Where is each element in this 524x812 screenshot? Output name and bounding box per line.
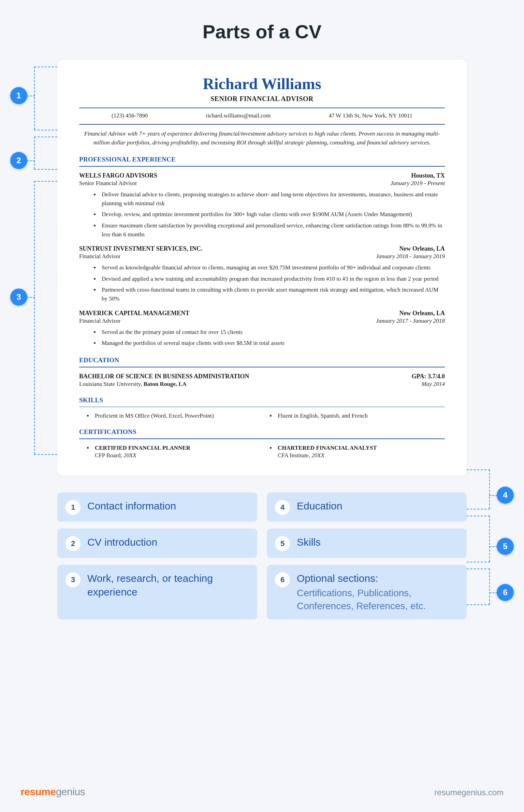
callout-badge-5: 5 bbox=[497, 538, 514, 555]
bullet: Partnered with cross-functional teams in… bbox=[100, 285, 445, 304]
divider bbox=[79, 166, 445, 167]
job-block: WELLS FARGO ADVISORS Houston, TX Senior … bbox=[79, 172, 445, 239]
brand-logo: resumegenius bbox=[20, 786, 85, 798]
bracket-6-bot bbox=[467, 604, 490, 605]
job-dates: January 2019 - Present bbox=[391, 180, 445, 187]
cert-title: CERTIFIED FINANCIAL PLANNER bbox=[95, 445, 262, 451]
job-title: Senior Financial Advisor bbox=[79, 180, 137, 187]
legend-num: 5 bbox=[275, 536, 290, 551]
legend-text: Optional sections: Certifications, Publi… bbox=[297, 572, 458, 613]
bracket-2-top bbox=[34, 137, 57, 137]
footer: resumegenius resumegenius.com bbox=[20, 786, 504, 798]
contact-email: richard.williams@mail.com bbox=[206, 112, 271, 119]
bracket-3-bot bbox=[34, 454, 57, 455]
bullet: Devised and applied a new training and a… bbox=[100, 275, 445, 283]
leader-6 bbox=[489, 592, 497, 593]
bracket-1-bot bbox=[34, 130, 57, 130]
bullet: Served as the the primary point of conta… bbox=[100, 328, 445, 337]
legend-num: 4 bbox=[275, 500, 290, 515]
legend-item-4: 4 Education bbox=[267, 492, 467, 522]
callout-badge-2: 2 bbox=[10, 152, 27, 169]
section-skills-title: SKILLS bbox=[79, 396, 445, 404]
cv-card: Richard Williams SENIOR FINANCIAL ADVISO… bbox=[57, 60, 467, 475]
education-sub: Louisiana State University, Baton Rouge,… bbox=[79, 381, 445, 388]
legend-text: Education bbox=[297, 499, 342, 513]
callout-badge-6: 6 bbox=[497, 584, 514, 601]
bracket-3 bbox=[34, 181, 35, 454]
job-bullets: Served as the the primary point of conta… bbox=[79, 328, 445, 348]
bracket-4 bbox=[489, 470, 490, 509]
leader-3 bbox=[27, 297, 35, 298]
cert-issuer: CFP Board, 20XX bbox=[95, 452, 262, 459]
leader-2 bbox=[27, 160, 35, 161]
skills-list: Proficient in MS Office (Word, Excel, Po… bbox=[79, 412, 445, 419]
legend-text: Contact information bbox=[87, 499, 176, 513]
leader-1 bbox=[27, 96, 35, 96]
brand-site: resumegenius.com bbox=[434, 788, 504, 797]
certs-list: CERTIFIED FINANCIAL PLANNER CFP Board, 2… bbox=[79, 445, 445, 459]
cert-title: CHARTERED FINANCIAL ANALYST bbox=[278, 445, 445, 451]
legend-num: 2 bbox=[66, 536, 81, 551]
bullet: Deliver financial advice to clients, pro… bbox=[100, 190, 445, 208]
section-certs-title: CERTIFICATIONS bbox=[79, 428, 445, 436]
legend-text: Skills bbox=[297, 535, 321, 549]
skill-item: Proficient in MS Office (Word, Excel, Po… bbox=[93, 412, 262, 419]
page-title: Parts of a CV bbox=[0, 0, 524, 60]
bracket-3-top bbox=[34, 181, 57, 182]
legend-item-2: 2 CV introduction bbox=[57, 529, 257, 558]
education-date: May 2014 bbox=[422, 381, 445, 388]
cert-item: CHARTERED FINANCIAL ANALYST CFA Institut… bbox=[276, 445, 445, 459]
job-company: WELLS FARGO ADVISORS bbox=[79, 172, 157, 179]
contacts-row: (123) 456-7890 richard.williams@mail.com… bbox=[79, 112, 445, 119]
job-bullets: Served as knowledgeable financial adviso… bbox=[79, 263, 445, 303]
contact-phone: (123) 456-7890 bbox=[112, 112, 148, 119]
cv-role: SENIOR FINANCIAL ADVISOR bbox=[79, 95, 445, 103]
bracket-5 bbox=[489, 516, 490, 562]
skill-item: Fluent in English, Spanish, and French bbox=[276, 412, 445, 419]
job-dates: January 2017 - January 2018 bbox=[376, 318, 445, 324]
legend-text: Work, research, or teaching experience bbox=[87, 572, 249, 599]
callout-badge-1: 1 bbox=[10, 87, 27, 104]
bracket-2-bot bbox=[34, 169, 57, 170]
education-school: Louisiana State University, Baton Rouge,… bbox=[79, 381, 187, 388]
bullet: Develop, review, and optimize investment… bbox=[100, 210, 445, 219]
legend-item-3: 3 Work, research, or teaching experience bbox=[57, 565, 257, 619]
bracket-4-bot bbox=[467, 509, 490, 509]
job-location: New Orleans, LA bbox=[399, 310, 445, 317]
job-title: Financial Advisor bbox=[79, 253, 120, 260]
bullet: Served as knowledgeable financial adviso… bbox=[100, 263, 445, 272]
job-company: MAVERICK CAPITAL MANAGEMENT bbox=[79, 310, 189, 317]
education-gpa: GPA: 3.7/4.0 bbox=[412, 373, 445, 380]
cv-name: Richard Williams bbox=[79, 75, 445, 93]
contact-address: 47 W 13th St, New York, NY 10011 bbox=[329, 112, 412, 119]
section-education-title: EDUCATION bbox=[79, 356, 445, 364]
cv-summary: Financial Advisor with 7+ years of exper… bbox=[79, 129, 445, 147]
legend-subtext: Certifications, Publications, Conference… bbox=[297, 587, 458, 613]
divider bbox=[79, 108, 445, 108]
bracket-1-top bbox=[34, 67, 57, 67]
job-block: MAVERICK CAPITAL MANAGEMENT New Orleans,… bbox=[79, 310, 445, 348]
legend-grid: 1 Contact information 4 Education 2 CV i… bbox=[57, 492, 467, 619]
job-title: Financial Advisor bbox=[79, 318, 120, 324]
job-location: New Orleans, LA bbox=[399, 245, 445, 252]
bracket-6 bbox=[489, 569, 490, 604]
job-block: SUNTRUST INVESTMENT SERVICES, INC. New O… bbox=[79, 245, 445, 303]
divider bbox=[79, 367, 445, 367]
divider bbox=[79, 124, 445, 125]
education-head: BACHELOR OF SCIENCE IN BUSINESS ADMINIST… bbox=[79, 373, 445, 380]
section-experience-title: PROFESSIONAL EXPERIENCE bbox=[79, 156, 445, 163]
divider bbox=[79, 407, 445, 407]
legend-item-6: 6 Optional sections: Certifications, Pub… bbox=[267, 565, 467, 619]
cert-item: CERTIFIED FINANCIAL PLANNER CFP Board, 2… bbox=[93, 445, 262, 459]
divider bbox=[79, 438, 445, 439]
legend-num: 6 bbox=[275, 572, 290, 587]
job-dates: January 2018 - January 2019 bbox=[376, 253, 445, 260]
callout-badge-4: 4 bbox=[497, 487, 514, 504]
education-degree: BACHELOR OF SCIENCE IN BUSINESS ADMINIST… bbox=[79, 373, 249, 380]
legend-text: CV introduction bbox=[87, 535, 157, 549]
bullet: Ensure maximum client satisfaction by pr… bbox=[100, 221, 445, 239]
bullet: Managed the portfolios of several major … bbox=[100, 339, 445, 348]
bracket-2 bbox=[34, 137, 35, 169]
legend-num: 3 bbox=[66, 572, 81, 587]
leader-4 bbox=[489, 495, 497, 496]
